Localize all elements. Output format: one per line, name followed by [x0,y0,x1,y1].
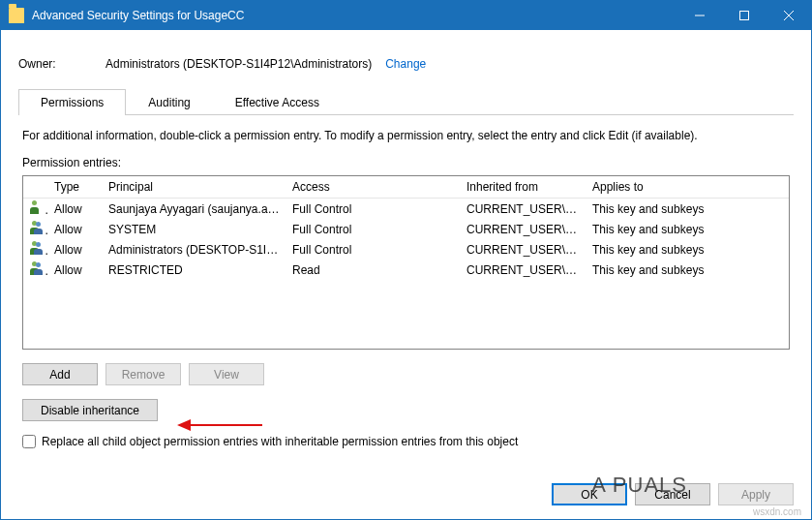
table-row[interactable]: AllowRESTRICTEDReadCURRENT_USER\SOFTWA..… [23,260,789,280]
entry-buttons: Add Remove View [22,363,790,385]
inheritance-row: Disable inheritance [22,399,790,421]
tab-effective-access[interactable]: Effective Access [213,89,342,115]
cell-applies: This key and subkeys [586,199,789,220]
table-row[interactable]: AllowAdministrators (DESKTOP-S1I4P1...Fu… [23,239,789,260]
users-icon [29,221,45,234]
col-type[interactable]: Type [48,176,103,199]
cell-applies: This key and subkeys [586,260,789,280]
titlebar: Advanced Security Settings for UsageCC [1,1,811,30]
tab-permissions[interactable]: Permissions [18,89,126,115]
folder-icon [9,8,24,23]
close-button[interactable] [767,1,811,30]
cell-principal: SYSTEM [103,219,286,239]
col-principal[interactable]: Principal [103,176,286,199]
users-icon [29,261,45,275]
entries-label: Permission entries: [22,156,790,169]
permission-entries-table[interactable]: Type Principal Access Inherited from App… [22,175,790,350]
view-button: View [189,363,264,385]
replace-children-checkbox[interactable] [22,435,36,448]
cell-type: Allow [48,199,103,220]
replace-children-row: Replace all child object permission entr… [22,435,790,448]
cell-inherited: CURRENT_USER\SOFTWA... [461,199,586,220]
svg-rect-1 [740,12,749,20]
content-area: Owner: Administrators (DESKTOP-S1I4P12\A… [1,30,811,519]
tab-auditing[interactable]: Auditing [126,89,212,115]
owner-label: Owner: [18,57,105,71]
cell-principal: Administrators (DESKTOP-S1I4P1... [103,239,286,260]
col-access[interactable]: Access [286,176,461,199]
cell-type: Allow [48,260,103,280]
change-owner-link[interactable]: Change [385,57,426,71]
credit-overlay: A PUALS [591,473,687,498]
minimize-button[interactable] [677,1,722,30]
cell-access: Full Control [286,219,461,239]
window-title: Advanced Security Settings for UsageCC [32,9,677,22]
window-controls [677,1,811,30]
owner-value: Administrators (DESKTOP-S1I4P12\Administ… [105,57,372,71]
user-icon [29,200,45,214]
info-text: For additional information, double-click… [22,129,790,142]
cell-principal: Saunjaya Ayyagari (saujanya.ayy... [103,199,286,220]
add-button[interactable]: Add [22,363,98,385]
disable-inheritance-button[interactable]: Disable inheritance [22,399,158,421]
cell-inherited: CURRENT_USER\SOFTWA... [461,219,586,239]
replace-children-label[interactable]: Replace all child object permission entr… [42,435,518,448]
advanced-security-window: Advanced Security Settings for UsageCC O… [0,0,812,520]
cell-applies: This key and subkeys [586,239,789,260]
cell-type: Allow [48,219,103,239]
cell-type: Allow [48,239,103,260]
cell-access: Full Control [286,239,461,260]
maximize-button[interactable] [722,1,767,30]
cell-inherited: CURRENT_USER\SOFTWA... [461,239,586,260]
table-row[interactable]: AllowSaunjaya Ayyagari (saujanya.ayy...F… [23,199,789,220]
cell-applies: This key and subkeys [586,219,789,239]
watermark-text: wsxdn.com [753,506,801,517]
remove-button: Remove [105,363,181,385]
cell-principal: RESTRICTED [103,260,286,280]
table-row[interactable]: AllowSYSTEMFull ControlCURRENT_USER\SOFT… [23,219,789,239]
users-icon [29,241,45,255]
col-inherited[interactable]: Inherited from [461,176,586,199]
permissions-panel: For additional information, double-click… [18,115,794,456]
cell-inherited: CURRENT_USER\SOFTWA... [461,260,586,280]
tabstrip: Permissions Auditing Effective Access [18,88,794,115]
table-header-row: Type Principal Access Inherited from App… [23,176,789,199]
owner-row: Owner: Administrators (DESKTOP-S1I4P12\A… [18,57,794,71]
cell-access: Full Control [286,199,461,220]
cell-access: Read [286,260,461,280]
apply-button: Apply [718,483,794,505]
col-applies[interactable]: Applies to [586,176,789,199]
